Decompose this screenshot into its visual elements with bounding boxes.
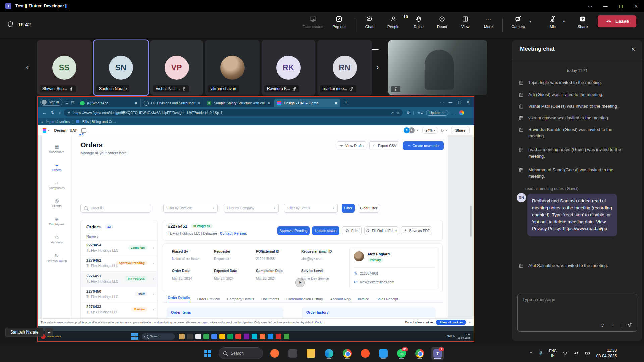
- video-tile-camera-on[interactable]: vikram chavan: [205, 40, 260, 95]
- cookie-settings-link[interactable]: Cookies settings: [315, 321, 322, 324]
- close-button[interactable]: ✕: [629, 0, 644, 12]
- tray-mic-icon[interactable]: [538, 350, 544, 356]
- tab-sales-receipt[interactable]: Sales Receipt: [376, 297, 398, 301]
- taskbar-firefox-icon[interactable]: [268, 347, 281, 360]
- zoom-control[interactable]: 94%▾: [422, 127, 438, 134]
- send-icon[interactable]: [627, 322, 632, 328]
- figma-share-button[interactable]: Share: [451, 127, 470, 134]
- figma-menu-chevron-icon[interactable]: ▾: [48, 129, 50, 132]
- column-header-name[interactable]: Name ↓: [86, 234, 98, 238]
- taskbar-search-input[interactable]: [230, 351, 258, 356]
- shared-taskbar-icon[interactable]: [187, 334, 193, 339]
- bookmark-link[interactable]: Bills | Billing and Co...: [82, 120, 116, 124]
- battery-icon[interactable]: [584, 350, 591, 356]
- tab-communication-history[interactable]: Communication History: [286, 297, 323, 301]
- order-row[interactable]: 2276433TL Flex Holdings LLC Review›: [81, 302, 157, 318]
- share-button[interactable]: Share: [572, 15, 593, 29]
- import-favorites-link[interactable]: Import favorites: [46, 120, 70, 124]
- collaborator-avatar[interactable]: S: [403, 127, 410, 134]
- view-button[interactable]: View: [454, 15, 476, 29]
- view-drafts-button[interactable]: View Drafts: [337, 141, 366, 150]
- tab-close-icon[interactable]: ✕: [334, 101, 337, 105]
- address-bar[interactable]: https://www.figma.com/design/9BKQ0FOHRWa…: [64, 109, 403, 116]
- order-row[interactable]: 2276450TL Flex Holdings LLC Draft›: [81, 287, 157, 302]
- camera-button[interactable]: Camera: [507, 15, 529, 29]
- browser-tab[interactable]: X Sample Salary Structure with calc✕: [204, 99, 274, 107]
- browser-tab[interactable]: (6) WhatsApp✕: [77, 99, 141, 107]
- new-tab-button[interactable]: ＋: [344, 99, 348, 105]
- shared-language-indicator[interactable]: ENG IN: [446, 335, 456, 338]
- deny-cookies-button[interactable]: Do not allow cookies: [405, 321, 434, 324]
- shared-clock[interactable]: 11:3808-04-2025: [458, 333, 470, 340]
- taskbar-brave-icon[interactable]: [359, 347, 372, 360]
- favorites-list-icon[interactable]: ☆≡: [417, 111, 423, 115]
- pop-out-button[interactable]: Pop out: [328, 15, 350, 29]
- filter-company-select[interactable]: Filter by Company▾: [224, 204, 279, 213]
- shared-taskbar-icon[interactable]: [219, 334, 225, 339]
- order-row[interactable]: 2279454TL Flex Holdings LLC Complete›: [81, 240, 157, 256]
- extensions-icon[interactable]: ⚙: [406, 111, 410, 115]
- maximize-button[interactable]: ▢: [613, 0, 629, 12]
- language-indicator[interactable]: ENGIN: [549, 349, 557, 357]
- shared-taskbar-icon[interactable]: [252, 334, 257, 339]
- sidebar-item-dashboard[interactable]: ▦Dashboard: [42, 144, 71, 154]
- tab-invoice[interactable]: Invoice: [358, 297, 369, 301]
- refresh-icon[interactable]: ↻: [51, 110, 54, 115]
- shared-taskbar-icon[interactable]: [195, 334, 201, 339]
- shared-taskbar-icon[interactable]: [284, 334, 289, 339]
- prototype-play-button[interactable]: ▷▾: [441, 128, 447, 133]
- taskbar-teams-icon[interactable]: T 1: [431, 347, 444, 360]
- taskbar-chrome-profile-icon[interactable]: [413, 347, 426, 360]
- tab-company-details[interactable]: Company Details: [227, 297, 254, 301]
- tab-account-rep[interactable]: Account Rep: [330, 297, 351, 301]
- chat-close-icon[interactable]: ✕: [631, 46, 635, 52]
- browser-menu-icon[interactable]: ⋯: [452, 111, 455, 115]
- sidebar-item-orders[interactable]: ≡Orders: [42, 162, 71, 172]
- taskbar-file-explorer-icon[interactable]: [305, 347, 317, 360]
- taskbar-whatsapp-icon[interactable]: 81: [395, 347, 408, 360]
- chat-input-box[interactable]: ☺ ＋: [517, 294, 637, 332]
- tiles-scroll-left-icon[interactable]: ‹: [26, 63, 29, 72]
- attach-plus-icon[interactable]: ＋: [610, 322, 615, 328]
- wifi-icon[interactable]: [562, 350, 568, 356]
- order-row[interactable]: 2279451TL Flex Holdings LLC Approval Pen…: [81, 256, 157, 272]
- browser-profile-button[interactable]: Sign in: [40, 99, 62, 106]
- tab-close-icon[interactable]: ✕: [198, 101, 201, 105]
- clock[interactable]: 11:38 08-04-2025: [596, 348, 617, 358]
- titlebar-more-button[interactable]: ⋯: [582, 0, 598, 12]
- shared-taskbar-icon[interactable]: [179, 334, 185, 339]
- more-button[interactable]: ⋯ More: [478, 15, 499, 29]
- shared-taskbar-icon[interactable]: [260, 334, 265, 339]
- order-row-selected[interactable]: 2276451TL Flex Holdings LLC In Progress›: [81, 271, 157, 287]
- filter-button[interactable]: Filter: [342, 204, 355, 213]
- sidebar-item-employees[interactable]: ◈Employees: [42, 217, 71, 226]
- emoji-icon[interactable]: ☺: [600, 322, 605, 328]
- browser-tab-active[interactable]: Design - UAT – Figma✕: [274, 99, 340, 107]
- browser-maximize-icon[interactable]: ▢: [458, 100, 461, 104]
- contact-person-link[interactable]: Contact_Person.: [220, 232, 247, 235]
- shared-taskbar-icon[interactable]: [276, 334, 281, 339]
- read-aloud-icon[interactable]: Aᵎ: [391, 111, 394, 115]
- approval-pending-button[interactable]: Approval Pending: [277, 226, 310, 235]
- taskbar-edge-icon[interactable]: [323, 347, 335, 360]
- vertical-tabs-icon[interactable]: ▤: [71, 100, 74, 104]
- video-tile[interactable]: SS Shivani Sup...: [37, 40, 92, 95]
- leave-button[interactable]: Leave: [598, 15, 636, 27]
- video-tile[interactable]: VP Vishal Patil ...: [150, 40, 203, 95]
- shared-taskbar-icon[interactable]: [211, 334, 217, 339]
- tab-documents[interactable]: Documents: [261, 297, 279, 301]
- browser-update-button[interactable]: Update♡: [426, 110, 448, 116]
- tab-close-icon[interactable]: ✕: [268, 101, 271, 105]
- favorite-star-icon[interactable]: ☆: [396, 111, 399, 115]
- shared-start-icon[interactable]: [131, 333, 138, 340]
- contact-phone[interactable]: 2123874901: [354, 272, 379, 275]
- copilot-icon[interactable]: [459, 110, 464, 115]
- shared-taskbar-icon[interactable]: [203, 334, 209, 339]
- raise-hand-button[interactable]: Raise: [408, 15, 429, 29]
- print-button[interactable]: Print: [342, 226, 362, 235]
- shared-taskbar-icon[interactable]: [227, 334, 233, 339]
- shared-taskbar-icon[interactable]: [235, 334, 241, 339]
- video-tile-active-speaker[interactable]: SN Santosh Narate: [94, 40, 148, 95]
- figma-logo-icon[interactable]: [43, 128, 46, 133]
- mic-button[interactable]: Mic: [542, 15, 564, 29]
